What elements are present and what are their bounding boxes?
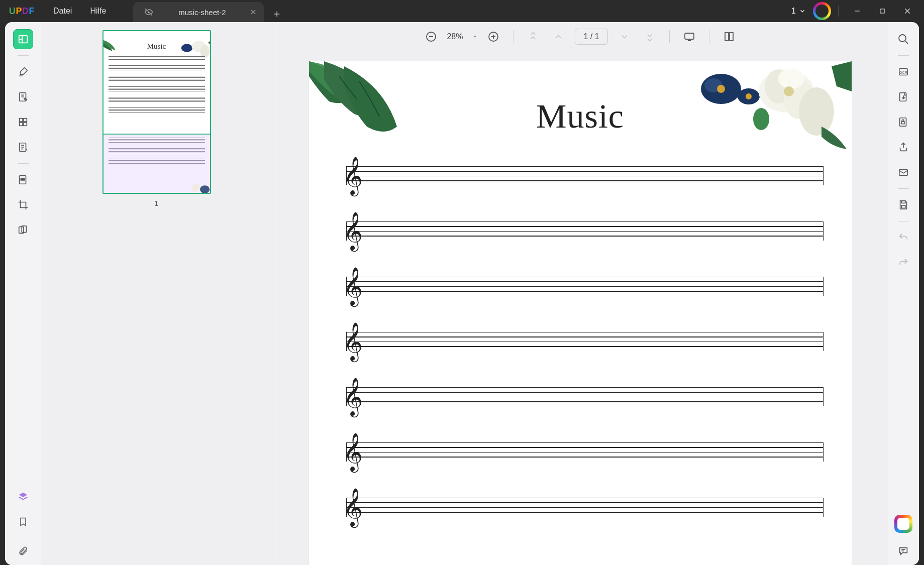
compare-tool[interactable] [13,220,33,240]
redact-tool[interactable] [13,170,33,190]
close-icon[interactable] [250,9,257,16]
menu-file[interactable]: Datei [53,7,72,16]
ocr-button[interactable]: OCR [893,62,913,82]
presentation-button[interactable] [681,28,698,45]
treble-clef-icon: 𝄞 [343,435,363,469]
page-layout-button[interactable] [721,28,738,45]
zoom-controls: 28% [423,28,502,45]
convert-button[interactable] [893,87,913,107]
document-viewer: 28% 1 / 1 [272,22,888,565]
attachment-tool[interactable] [13,541,33,561]
right-toolbar: OCR [888,22,919,565]
music-staff: 𝄞 [337,332,824,351]
next-page-button[interactable] [616,28,633,45]
save-button[interactable] [893,195,913,215]
highlight-tool[interactable] [13,62,33,82]
tab-active[interactable]: music-sheet-2 [133,2,264,22]
svg-rect-40 [899,170,908,176]
staff-lines [346,166,824,185]
treble-clef-icon: 𝄞 [343,380,363,413]
music-staff: 𝄞 [337,442,824,462]
page-scroll-area[interactable]: Music 𝄞𝄞𝄞𝄞𝄞𝄞𝄞 [272,51,888,565]
document-title: Music [309,96,852,136]
svg-rect-37 [900,93,906,101]
thumbnail-page-number: 1 [154,199,158,207]
staff-lines [346,387,824,406]
svg-point-31 [778,69,804,89]
last-page-button[interactable] [641,28,658,45]
treble-clef-icon: 𝄞 [343,159,363,192]
comments-button[interactable] [893,541,913,561]
svg-rect-39 [901,122,904,124]
zoom-out-button[interactable] [423,28,440,45]
app-body: Music 1 28 [5,22,919,565]
recent-files-dropdown[interactable]: 1 [791,7,806,16]
svg-rect-6 [24,123,27,126]
separator [898,188,909,189]
svg-text:OCR: OCR [899,70,907,75]
staff-lines [346,442,824,462]
staff-lines [346,498,824,517]
layers-tool[interactable] [13,487,33,507]
maximize-button[interactable] [871,0,894,22]
treble-clef-icon: 𝄞 [343,491,363,524]
music-staff: 𝄞 [337,387,824,406]
minimize-button[interactable] [846,0,869,22]
staff-lines [346,332,824,351]
undo-button[interactable] [893,228,913,248]
thumbnail-panel: Music 1 [41,22,272,565]
ai-assistant-button[interactable] [894,515,912,533]
user-avatar[interactable] [813,2,831,20]
svg-rect-42 [901,205,905,208]
zoom-in-button[interactable] [485,28,502,45]
first-page-button[interactable] [525,28,542,45]
svg-rect-41 [901,201,905,203]
bookmark-tool[interactable] [13,512,33,532]
staff-lines [346,277,824,296]
separator [44,6,44,17]
menu-help[interactable]: Hilfe [90,7,106,16]
form-tool[interactable] [13,137,33,157]
document-page: Music 𝄞𝄞𝄞𝄞𝄞𝄞𝄞 [309,61,852,565]
svg-point-32 [784,86,794,96]
page-thumbnail[interactable]: Music [102,30,211,194]
flower-decoration-icon [184,176,211,194]
svg-point-15 [191,184,200,192]
svg-point-34 [899,35,906,42]
share-button[interactable] [893,137,913,157]
chevron-down-icon [472,34,478,40]
svg-rect-19 [685,33,694,39]
svg-rect-38 [900,118,906,127]
protect-button[interactable] [893,112,913,132]
svg-rect-21 [730,33,733,41]
svg-rect-3 [20,119,23,122]
left-toolbar [5,22,41,565]
separator [669,30,670,43]
thumbnails-tool[interactable] [13,29,33,49]
music-staff: 𝄞 [337,277,824,296]
title-bar: UPDF Datei Hilfe music-sheet-2 1 [0,0,924,22]
page-indicator-input[interactable]: 1 / 1 [575,29,607,45]
close-window-button[interactable] [896,0,919,22]
separator [18,55,29,56]
tab-title: music-sheet-2 [161,8,243,17]
music-staff: 𝄞 [337,221,824,241]
eye-off-icon [144,8,153,17]
search-button[interactable] [893,29,913,49]
thumbnail-viewport-indicator [104,134,210,194]
edit-text-tool[interactable] [13,87,33,107]
new-tab-button[interactable] [268,6,286,22]
separator [513,30,514,43]
separator [898,55,909,56]
zoom-dropdown[interactable]: 28% [444,32,481,41]
prev-page-button[interactable] [550,28,567,45]
music-staves: 𝄞𝄞𝄞𝄞𝄞𝄞𝄞 [337,166,824,517]
crop-tool[interactable] [13,195,33,215]
treble-clef-icon: 𝄞 [343,270,363,303]
redo-button[interactable] [893,253,913,273]
svg-rect-4 [24,119,27,122]
treble-clef-icon: 𝄞 [343,214,363,248]
page-organize-tool[interactable] [13,112,33,132]
music-staff: 𝄞 [337,166,824,185]
email-button[interactable] [893,162,913,182]
